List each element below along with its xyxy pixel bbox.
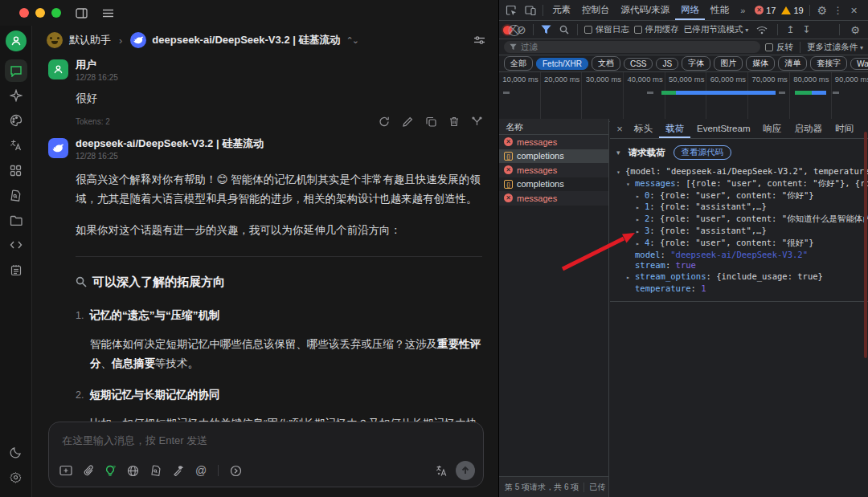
edit-icon[interactable] bbox=[403, 116, 413, 127]
devtools-tab-控制台[interactable]: 控制台 bbox=[576, 0, 616, 20]
close-details-icon[interactable]: × bbox=[612, 123, 628, 135]
sidebar-item-agents[interactable] bbox=[5, 84, 27, 107]
mcp-tools-hammer-icon[interactable] bbox=[173, 465, 184, 476]
view-source-button[interactable]: 查看源代码 bbox=[674, 145, 732, 160]
clear-network-log-icon[interactable]: ⃠̸⊘ bbox=[517, 24, 526, 35]
sidebar-item-code[interactable] bbox=[5, 234, 27, 256]
search-icon[interactable] bbox=[558, 22, 571, 38]
filter-chip-套接字[interactable]: 套接字 bbox=[810, 56, 847, 71]
details-tab-时间[interactable]: 时间 bbox=[829, 119, 860, 138]
menu-icon[interactable] bbox=[102, 9, 114, 18]
payload-line[interactable]: ▸1: {role: "assistant",…} bbox=[616, 202, 868, 214]
details-tab-载荷[interactable]: 载荷 bbox=[659, 119, 690, 138]
expand-triangle-icon[interactable]: ▸ bbox=[636, 191, 645, 202]
sidebar-item-paintings[interactable] bbox=[5, 109, 27, 132]
branch-icon[interactable] bbox=[472, 116, 482, 127]
payload-line[interactable]: ▸stream_options: {include_usage: true} bbox=[616, 271, 868, 283]
sidebar-item-files[interactable] bbox=[5, 209, 27, 231]
sidebar-item-knowledge[interactable] bbox=[5, 184, 27, 206]
assistant-name[interactable]: 默认助手 bbox=[69, 33, 111, 47]
filter-chip-图片[interactable]: 图片 bbox=[714, 56, 743, 71]
invert-filter-checkbox[interactable]: 反转 bbox=[765, 42, 793, 53]
record-network-log-button[interactable] bbox=[503, 26, 512, 35]
knowledge-base-icon[interactable] bbox=[150, 465, 162, 476]
new-topic-icon[interactable] bbox=[59, 465, 72, 476]
zoom-window-button[interactable] bbox=[51, 8, 61, 18]
sidebar-item-apps[interactable] bbox=[5, 159, 27, 181]
sidebar-item-notes[interactable] bbox=[5, 259, 27, 281]
filter-chip-JS[interactable]: JS bbox=[656, 58, 678, 70]
attachment-icon[interactable] bbox=[84, 465, 94, 477]
settings-gear-icon[interactable] bbox=[5, 466, 27, 488]
device-toolbar-icon[interactable] bbox=[522, 2, 539, 18]
payload-line[interactable]: ▾messages: [{role: "user", content: "你好"… bbox=[616, 178, 868, 190]
payload-line[interactable]: temperature: 1 bbox=[616, 283, 868, 295]
request-row-completions[interactable]: {}completions bbox=[499, 149, 608, 164]
filter-chip-CSS[interactable]: CSS bbox=[624, 58, 653, 70]
request-row-messages[interactable]: ✕messages bbox=[499, 135, 608, 149]
filter-chip-全部[interactable]: 全部 bbox=[504, 56, 533, 71]
throttling-dropdown[interactable]: 已停用节流模式▾ bbox=[684, 24, 749, 35]
more-tabs-icon[interactable]: » bbox=[736, 2, 749, 18]
web-search-globe-icon[interactable] bbox=[127, 465, 139, 477]
devtools-tab-网络[interactable]: 网络 bbox=[675, 0, 705, 20]
expand-triangle-icon[interactable]: ▸ bbox=[626, 272, 635, 283]
warning-badge[interactable]: 19 bbox=[781, 6, 803, 15]
scrollbar-thumb[interactable] bbox=[864, 132, 867, 358]
details-tab-响应[interactable]: 响应 bbox=[756, 119, 788, 138]
filter-chip-Fetch/XHR[interactable]: Fetch/XHR bbox=[536, 58, 588, 70]
payload-line[interactable]: model: "deepseek-ai/DeepSeek-V3.2" bbox=[616, 250, 868, 261]
send-button[interactable] bbox=[456, 461, 475, 480]
request-row-messages[interactable]: ✕messages bbox=[499, 191, 608, 206]
minimize-window-button[interactable] bbox=[35, 8, 45, 18]
network-overview-timeline[interactable]: 10,000 ms20,000 ms30,000 ms40,000 ms50,0… bbox=[499, 72, 868, 122]
devtools-tab-性能[interactable]: 性能 bbox=[705, 0, 735, 20]
details-tab-EventStream[interactable]: EventStream bbox=[690, 119, 756, 138]
expand-triangle-icon[interactable]: ▸ bbox=[636, 202, 645, 214]
import-har-icon[interactable]: ↥ bbox=[784, 22, 796, 38]
network-settings-gear-icon[interactable]: ⚙ bbox=[846, 22, 864, 38]
filter-chip-字体[interactable]: 字体 bbox=[682, 56, 710, 71]
model-selector[interactable]: deepseek-ai/DeepSeek-V3.2 | 硅基流动 ⌃⌄ bbox=[130, 32, 358, 48]
devtools-settings-gear-icon[interactable]: ⚙ bbox=[813, 2, 831, 18]
filter-chip-媒体[interactable]: 媒体 bbox=[746, 56, 775, 71]
request-row-messages[interactable]: ✕messages bbox=[499, 163, 608, 177]
collapse-triangle-icon[interactable]: ▾ bbox=[616, 149, 620, 157]
topic-settings-sliders-icon[interactable] bbox=[473, 35, 485, 45]
preserve-log-checkbox[interactable]: 保留日志 bbox=[584, 24, 629, 35]
message-input-box[interactable]: 在这里输入消息，按 Enter 发送 ? @ bbox=[48, 422, 484, 487]
devtools-close-icon[interactable]: × bbox=[845, 2, 863, 18]
details-tab-启动器[interactable]: 启动器 bbox=[788, 119, 829, 138]
expand-triangle-icon[interactable]: ▸ bbox=[636, 214, 645, 226]
disable-cache-checkbox[interactable]: 停用缓存 bbox=[634, 24, 679, 35]
payload-line[interactable]: ▸4: {role: "user", content: "很好"} bbox=[616, 238, 868, 250]
devtools-tab-元素[interactable]: 元素 bbox=[547, 0, 576, 20]
devtools-tab-源代码/来源[interactable]: 源代码/来源 bbox=[616, 0, 676, 20]
payload-line[interactable]: ▸3: {role: "assistant",…} bbox=[616, 226, 868, 238]
payload-line[interactable]: ▾{model: "deepseek-ai/DeepSeek-V3.2", te… bbox=[616, 166, 868, 178]
inspect-element-icon[interactable] bbox=[502, 2, 520, 18]
sidebar-item-translate[interactable] bbox=[5, 134, 27, 157]
payload-line[interactable]: ▸2: {role: "user", content: "你知道什么是智能体的短… bbox=[616, 214, 868, 226]
details-tab-标头[interactable]: 标头 bbox=[628, 119, 659, 138]
filter-funnel-icon[interactable] bbox=[540, 22, 553, 38]
sidebar-item-chat[interactable] bbox=[5, 59, 27, 82]
request-row-completions[interactable]: {}completions bbox=[499, 177, 608, 192]
translate-icon[interactable] bbox=[436, 465, 448, 477]
dark-mode-moon-icon[interactable] bbox=[5, 441, 27, 463]
network-filter-input[interactable]: 过滤 bbox=[504, 41, 760, 53]
network-conditions-icon[interactable] bbox=[753, 22, 771, 38]
delete-icon[interactable] bbox=[449, 116, 459, 127]
regenerate-icon[interactable] bbox=[379, 116, 390, 127]
mention-icon[interactable]: @ bbox=[195, 464, 207, 477]
copy-icon[interactable] bbox=[426, 116, 436, 127]
quick-phrases-icon[interactable] bbox=[230, 465, 242, 477]
more-filters-dropdown[interactable]: 更多过滤条件 ▾ bbox=[807, 42, 863, 53]
expand-triangle-icon[interactable]: ▾ bbox=[616, 167, 625, 178]
close-window-button[interactable] bbox=[19, 8, 29, 18]
error-badge[interactable]: ✕ 17 bbox=[755, 6, 776, 15]
panel-toggle-icon[interactable] bbox=[76, 8, 88, 18]
thinking-bulb-icon[interactable]: ? bbox=[105, 465, 116, 477]
filter-chip-清单[interactable]: 清单 bbox=[778, 56, 807, 71]
payload-line[interactable]: stream: true bbox=[616, 260, 868, 271]
